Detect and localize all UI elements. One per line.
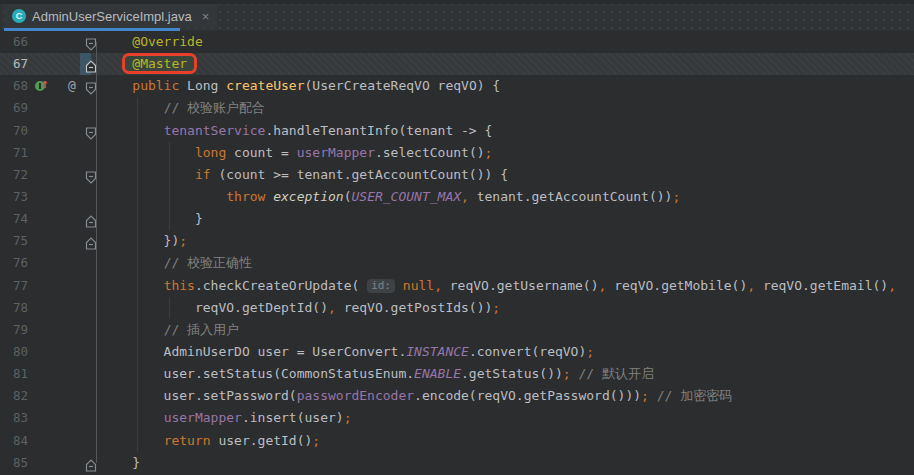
code-text: // 校验正确性 <box>101 252 252 274</box>
code-token: // 校验正确性 <box>164 255 252 270</box>
code-token: tenantService <box>164 123 266 138</box>
code-line[interactable]: 67 @Master <box>0 53 914 75</box>
fold-down-icon[interactable] <box>85 36 97 49</box>
code-text: @Override <box>101 31 203 53</box>
code-token: USER_COUNT_MAX <box>351 189 461 204</box>
editor-tab-bar: C AdminUserServiceImpl.java × <box>0 0 914 31</box>
code-token: userMapper <box>297 145 375 160</box>
line-number[interactable]: 66 <box>0 31 28 53</box>
line-number[interactable]: 71 <box>0 142 28 164</box>
line-number[interactable]: 74 <box>0 208 28 230</box>
parameter-hint-id: id: <box>367 279 395 293</box>
code-token <box>101 78 132 93</box>
code-line[interactable]: 76 // 校验正确性 <box>0 252 914 274</box>
fold-up-icon[interactable] <box>85 213 97 226</box>
code-text: userMapper.insert(user); <box>101 407 351 429</box>
code-token <box>101 34 132 49</box>
code-text: tenantService.handleTenantInfo(tenant ->… <box>101 120 492 142</box>
line-number[interactable]: 75 <box>0 230 28 252</box>
line-number[interactable]: 76 <box>0 252 28 274</box>
code-token: ; <box>179 233 187 248</box>
code-token: ; <box>641 388 649 403</box>
line-number[interactable]: 84 <box>0 430 28 452</box>
code-token: // 校验账户配合 <box>164 100 265 115</box>
code-token: user.getId() <box>211 433 313 448</box>
code-token: long <box>195 145 226 160</box>
code-line[interactable]: 82 user.setPassword(passwordEncoder.enco… <box>0 385 914 407</box>
line-number[interactable]: 81 <box>0 363 28 385</box>
code-line[interactable]: 70 tenantService.handleTenantInfo(tenant… <box>0 120 914 142</box>
code-text: user.setStatus(CommonStatusEnum.ENABLE.g… <box>101 363 654 385</box>
code-token: Long <box>179 78 226 93</box>
code-token: ; <box>485 145 493 160</box>
code-text: }); <box>101 230 187 252</box>
code-token: user.setPassword( <box>101 388 297 403</box>
fold-down-icon[interactable] <box>85 169 97 182</box>
code-line[interactable]: 85 } <box>0 452 914 474</box>
line-number[interactable]: 79 <box>0 319 28 341</box>
code-token: reqVO.getMobile() <box>606 278 747 293</box>
line-number[interactable]: 80 <box>0 341 28 363</box>
code-line[interactable]: 72 if (count >= tenant.getAccountCount()… <box>0 164 914 186</box>
tab-close-icon[interactable]: × <box>202 9 210 24</box>
code-token: .encode(reqVO.getPassword())) <box>414 388 641 403</box>
line-number[interactable]: 68 <box>0 75 28 97</box>
code-token: userMapper <box>164 410 242 425</box>
code-token: throw <box>226 189 265 204</box>
code-token <box>649 388 657 403</box>
code-line[interactable]: 73 throw exception(USER_COUNT_MAX, tenan… <box>0 186 914 208</box>
code-line[interactable]: 78 reqVO.getDeptId(), reqVO.getPostIds()… <box>0 297 914 319</box>
line-number[interactable]: 85 <box>0 452 28 474</box>
code-line[interactable]: 75 }); <box>0 230 914 252</box>
fold-up-icon[interactable] <box>85 235 97 248</box>
code-token <box>101 189 226 204</box>
code-token <box>101 278 164 293</box>
code-line[interactable]: 84 return user.getId(); <box>0 430 914 452</box>
code-line[interactable]: 66 @Override <box>0 31 914 53</box>
fold-down-icon[interactable] <box>85 125 97 138</box>
code-token: (UserCreateReqVO reqVO) { <box>305 78 501 93</box>
code-line[interactable]: 74 } <box>0 208 914 230</box>
line-number[interactable]: 82 <box>0 385 28 407</box>
line-number[interactable]: 70 <box>0 120 28 142</box>
overrides-method-icon[interactable]: ↑ <box>35 78 57 94</box>
fold-up-icon[interactable] <box>85 457 97 470</box>
code-text: public Long createUser(UserCreateReqVO r… <box>101 75 500 97</box>
code-token: INSTANCE <box>406 344 469 359</box>
line-number[interactable]: 78 <box>0 297 28 319</box>
code-line[interactable]: 71 long count = userMapper.selectCount()… <box>0 142 914 164</box>
line-number[interactable]: 83 <box>0 407 28 429</box>
line-number[interactable]: 73 <box>0 186 28 208</box>
code-token: reqVO.getEmail() <box>755 278 888 293</box>
code-token: .insert(user) <box>242 410 344 425</box>
code-line[interactable]: 77 this.checkCreateOrUpdate( id: null, r… <box>0 275 914 297</box>
code-line[interactable]: 83 userMapper.insert(user); <box>0 407 914 429</box>
code-line[interactable]: 81 user.setStatus(CommonStatusEnum.ENABL… <box>0 363 914 385</box>
code-token: passwordEncoder <box>297 388 414 403</box>
line-number[interactable]: 69 <box>0 97 28 119</box>
line-number[interactable]: 67 <box>0 53 28 75</box>
code-token <box>101 100 164 115</box>
code-token: }) <box>101 233 179 248</box>
code-text: return user.getId(); <box>101 430 320 452</box>
line-number[interactable]: 72 <box>0 164 28 186</box>
code-text: reqVO.getDeptId(), reqVO.getPostIds()); <box>101 297 500 319</box>
code-line[interactable]: 68↑@ public Long createUser(UserCreateRe… <box>0 75 914 97</box>
code-token <box>101 145 195 160</box>
code-token: ; <box>312 433 320 448</box>
code-line[interactable]: 79 // 插入用户 <box>0 319 914 341</box>
fold-up-icon[interactable] <box>85 58 97 71</box>
editor-tab[interactable]: C AdminUserServiceImpl.java × <box>4 4 217 28</box>
code-text: long count = userMapper.selectCount(); <box>101 142 492 164</box>
code-editor[interactable]: 66 @Override67 @Master68↑@ public Long c… <box>0 31 914 475</box>
line-number[interactable]: 77 <box>0 275 28 297</box>
code-token: createUser <box>226 78 304 93</box>
code-token: , <box>461 189 469 204</box>
code-line[interactable]: 80 AdminUserDO user = UserConvert.INSTAN… <box>0 341 914 363</box>
code-token: , <box>434 278 442 293</box>
fold-down-icon[interactable] <box>85 80 97 93</box>
code-lines-container: 66 @Override67 @Master68↑@ public Long c… <box>0 31 914 474</box>
code-text: AdminUserDO user = UserConvert.INSTANCE.… <box>101 341 594 363</box>
code-token: ; <box>492 300 500 315</box>
code-line[interactable]: 69 // 校验账户配合 <box>0 97 914 119</box>
